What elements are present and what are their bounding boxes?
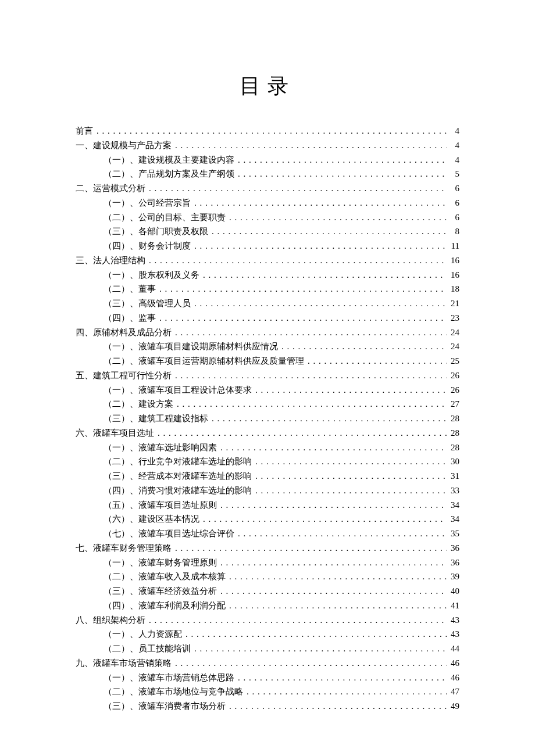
toc-page-number: 26 [447,368,459,383]
toc-label: （三）、建筑工程建设指标 [104,411,211,426]
toc-page-number: 6 [447,196,459,210]
toc-page-number: 4 [447,153,459,167]
toc-page-number: 46 [447,656,459,671]
toc-label: （四）、监事 [104,311,158,325]
toc-label: （三）、经营成本对液罐车选址的影响 [104,469,254,483]
toc-leader-dots: . . . . . . . . . . . . . . . . . . . . … [254,483,447,498]
toc-row: （四）、液罐车利润及利润分配. . . . . . . . . . . . . … [76,599,459,613]
toc-label: （一）、液罐车项目工程设计总体要求 [104,383,254,397]
table-of-contents: 前言. . . . . . . . . . . . . . . . . . . … [76,124,459,714]
toc-leader-dots: . . . . . . . . . . . . . . . . . . . . … [237,153,447,167]
toc-page-number: 34 [447,512,459,526]
toc-leader-dots: . . . . . . . . . . . . . . . . . . . . … [211,411,447,426]
toc-label: （三）、液罐车消费者市场分析 [104,699,228,714]
toc-page-number: 31 [447,469,459,483]
toc-leader-dots: . . . . . . . . . . . . . . . . . . . . … [219,556,447,570]
toc-leader-dots: . . . . . . . . . . . . . . . . . . . . … [237,526,447,541]
toc-row: 八、组织架构分析. . . . . . . . . . . . . . . . … [76,613,459,628]
page-title: 目录 [76,72,459,101]
toc-leader-dots: . . . . . . . . . . . . . . . . . . . . … [228,210,447,225]
toc-label: （一）、液罐车项目建设期原辅材料供应情况 [104,339,280,354]
toc-leader-dots: . . . . . . . . . . . . . . . . . . . . … [174,541,447,556]
toc-leader-dots: . . . . . . . . . . . . . . . . . . . . … [148,613,447,628]
toc-page-number: 40 [447,584,459,599]
toc-leader-dots: . . . . . . . . . . . . . . . . . . . . … [202,268,447,282]
toc-row: （三）、各部门职责及权限. . . . . . . . . . . . . . … [76,224,459,239]
toc-leader-dots: . . . . . . . . . . . . . . . . . . . . … [237,167,447,181]
toc-row: 前言. . . . . . . . . . . . . . . . . . . … [76,124,459,138]
toc-label: （二）、公司的目标、主要职责 [104,210,228,225]
toc-page-number: 16 [447,253,459,268]
toc-row: （三）、经营成本对液罐车选址的影响. . . . . . . . . . . .… [76,469,459,483]
toc-label: 九、液罐车市场营销策略 [76,656,174,671]
toc-row: （五）、液罐车项目选址原则. . . . . . . . . . . . . .… [76,498,459,513]
toc-row: （一）、建设规模及主要建设内容. . . . . . . . . . . . .… [76,153,459,167]
toc-label: （二）、建设方案 [104,397,176,411]
toc-leader-dots: . . . . . . . . . . . . . . . . . . . . … [95,124,447,138]
toc-page-number: 44 [447,642,459,656]
toc-row: （三）、建筑工程建设指标. . . . . . . . . . . . . . … [76,411,459,426]
toc-page-number: 5 [447,167,459,181]
toc-page-number: 21 [447,296,459,311]
toc-label: （一）、公司经营宗旨 [104,196,193,210]
toc-row: （一）、液罐车选址影响因素. . . . . . . . . . . . . .… [76,440,459,455]
toc-row: （二）、液罐车市场地位与竞争战略. . . . . . . . . . . . … [76,685,459,699]
toc-row: （一）、人力资源配. . . . . . . . . . . . . . . .… [76,627,459,642]
toc-page-number: 28 [447,440,459,455]
toc-row: （一）、液罐车财务管理原则. . . . . . . . . . . . . .… [76,556,459,570]
toc-label: （二）、液罐车收入及成本核算 [104,569,228,584]
toc-label: （一）、液罐车市场营销总体思路 [104,671,237,685]
toc-row: 五、建筑工程可行性分析. . . . . . . . . . . . . . .… [76,368,459,383]
toc-row: （四）、监事. . . . . . . . . . . . . . . . . … [76,311,459,325]
toc-page-number: 39 [447,569,459,584]
toc-leader-dots: . . . . . . . . . . . . . . . . . . . . … [158,282,447,296]
toc-page-number: 35 [447,526,459,541]
toc-label: （一）、股东权利及义务 [104,268,202,282]
toc-label: （三）、各部门职责及权限 [104,224,211,239]
toc-page-number: 11 [447,239,459,253]
toc-label: （四）、消费习惯对液罐车选址的影响 [104,483,254,498]
toc-page-number: 26 [447,383,459,397]
toc-label: （一）、建设规模及主要建设内容 [104,153,237,167]
toc-row: 四、原辅材料及成品分析. . . . . . . . . . . . . . .… [76,325,459,340]
toc-label: （一）、液罐车财务管理原则 [104,556,219,570]
toc-row: （三）、高级管理人员. . . . . . . . . . . . . . . … [76,296,459,311]
toc-leader-dots: . . . . . . . . . . . . . . . . . . . . … [254,469,447,483]
toc-leader-dots: . . . . . . . . . . . . . . . . . . . . … [174,368,447,383]
toc-page-number: 4 [447,124,459,138]
toc-row: （三）、液罐车消费者市场分析. . . . . . . . . . . . . … [76,699,459,714]
toc-label: （六）、建设区基本情况 [104,512,202,526]
toc-leader-dots: . . . . . . . . . . . . . . . . . . . . … [237,671,447,685]
toc-label: （二）、液罐车市场地位与竞争战略 [104,685,245,699]
toc-label: （二）、液罐车项目运营期原辅材料供应及质量管理 [104,354,306,368]
toc-label: （四）、财务会计制度 [104,239,193,253]
toc-page-number: 16 [447,268,459,282]
toc-leader-dots: . . . . . . . . . . . . . . . . . . . . … [193,239,447,253]
toc-row: （二）、行业竞争对液罐车选址的影响. . . . . . . . . . . .… [76,454,459,469]
toc-page-number: 33 [447,483,459,498]
toc-label: （五）、液罐车项目选址原则 [104,498,219,513]
toc-leader-dots: . . . . . . . . . . . . . . . . . . . . … [228,699,447,714]
toc-row: （二）、公司的目标、主要职责. . . . . . . . . . . . . … [76,210,459,225]
toc-leader-dots: . . . . . . . . . . . . . . . . . . . . … [156,426,447,440]
toc-label: 六、液罐车项目选址 [76,426,156,440]
toc-leader-dots: . . . . . . . . . . . . . . . . . . . . … [184,627,447,642]
toc-leader-dots: . . . . . . . . . . . . . . . . . . . . … [254,454,447,469]
toc-leader-dots: . . . . . . . . . . . . . . . . . . . . … [211,224,447,239]
toc-page-number: 18 [447,282,459,296]
toc-page-number: 28 [447,411,459,426]
toc-label: 二、运营模式分析 [76,181,148,196]
toc-row: 一、建设规模与产品方案. . . . . . . . . . . . . . .… [76,138,459,153]
toc-leader-dots: . . . . . . . . . . . . . . . . . . . . … [193,642,447,656]
toc-label: （二）、行业竞争对液罐车选址的影响 [104,454,254,469]
toc-row: （二）、董事. . . . . . . . . . . . . . . . . … [76,282,459,296]
toc-page-number: 24 [447,339,459,354]
toc-label: （三）、高级管理人员 [104,296,193,311]
toc-row: （四）、财务会计制度. . . . . . . . . . . . . . . … [76,239,459,253]
toc-row: （二）、液罐车收入及成本核算. . . . . . . . . . . . . … [76,569,459,584]
toc-leader-dots: . . . . . . . . . . . . . . . . . . . . … [219,498,447,513]
toc-row: （一）、股东权利及义务. . . . . . . . . . . . . . .… [76,268,459,282]
toc-label: （二）、员工技能培训 [104,642,193,656]
toc-leader-dots: . . . . . . . . . . . . . . . . . . . . … [148,253,447,268]
toc-page-number: 8 [447,224,459,239]
